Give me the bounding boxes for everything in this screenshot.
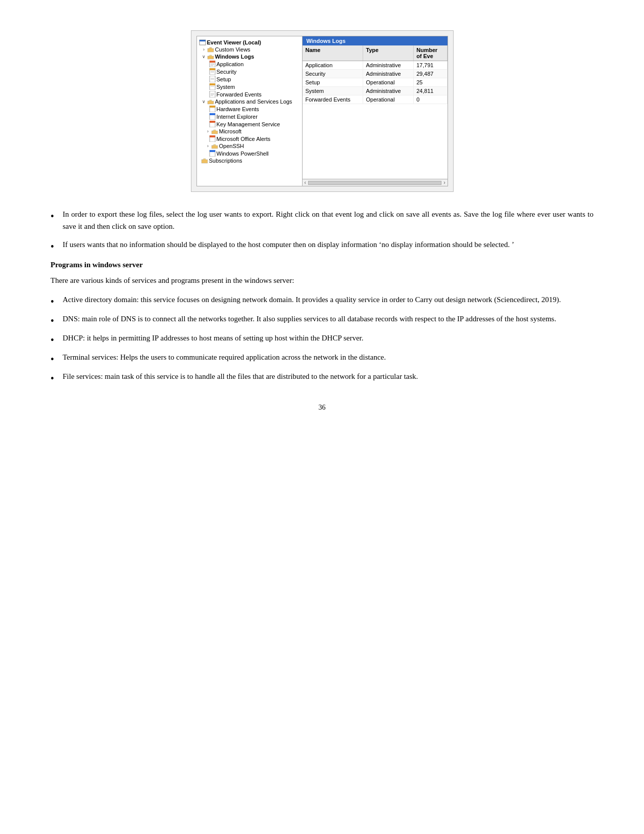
tree-item-subscriptions[interactable]: Subscriptions xyxy=(197,157,302,164)
scroll-thumb[interactable] xyxy=(308,181,441,185)
folder-icon xyxy=(207,47,214,53)
tree-item-microsoft[interactable]: › Microsoft xyxy=(197,128,302,135)
subscriptions-label: Subscriptions xyxy=(209,158,242,164)
svg-rect-4 xyxy=(210,61,215,63)
cell-name: Setup xyxy=(303,78,363,86)
powershell-icon xyxy=(209,150,216,157)
forwarded-events-icon xyxy=(209,91,216,97)
table-row[interactable]: Application Administrative 17,791 xyxy=(303,61,448,70)
cell-name: System xyxy=(303,87,363,95)
tree-item-application[interactable]: Application xyxy=(197,60,302,68)
svg-rect-23 xyxy=(210,106,215,108)
cell-name: Forwarded Events xyxy=(303,95,363,104)
ms-office-icon xyxy=(209,135,216,142)
bullet-list-2: • Active directory domain: this service … xyxy=(51,293,593,383)
system-log-icon xyxy=(209,83,216,90)
tree-arrow: › xyxy=(201,47,207,52)
ie-label: Internet Explorer xyxy=(217,114,258,120)
table-row[interactable]: System Administrative 24,811 xyxy=(303,87,448,95)
table-row[interactable]: Forwarded Events Operational 0 xyxy=(303,95,448,104)
table-row[interactable]: Setup Operational 25 xyxy=(303,78,448,87)
windows-logs-label: Windows Logs xyxy=(215,54,255,60)
table-header-row: Name Type Number of Eve xyxy=(303,45,448,61)
table-title: Windows Logs xyxy=(303,36,448,45)
section-heading: Programs in windows server xyxy=(51,261,593,269)
svg-rect-29 xyxy=(210,135,215,137)
tree-item-ms-office-alerts[interactable]: Microsoft Office Alerts xyxy=(197,135,302,142)
tree-arrow: ∨ xyxy=(201,54,207,59)
col-type-header: Type xyxy=(363,45,414,61)
system-label: System xyxy=(217,84,235,90)
tree-item-forwarded-events[interactable]: Forwarded Events xyxy=(197,90,302,98)
tree-item-system[interactable]: System xyxy=(197,83,302,90)
bullet-text: DNS: main role of DNS is to connect all … xyxy=(63,313,593,325)
openssh-label: OpenSSH xyxy=(219,143,244,149)
tree-item-internet-explorer[interactable]: Internet Explorer xyxy=(197,113,302,120)
tree-item-security[interactable]: Security xyxy=(197,68,302,75)
tree-arrow: › xyxy=(205,129,211,134)
tree-item-apps-services[interactable]: ∨ Applications and Services Logs xyxy=(197,98,302,105)
microsoft-folder-icon xyxy=(211,129,218,134)
setup-label: Setup xyxy=(217,76,231,82)
bullet-dot: • xyxy=(51,297,56,307)
bullet-dot: • xyxy=(51,211,56,221)
cell-count: 24,811 xyxy=(414,87,448,95)
cell-count: 0 xyxy=(414,95,448,104)
cell-type: Operational xyxy=(363,95,414,104)
tree-panel: Event Viewer (Local) › Custom Views ∨ xyxy=(196,36,303,186)
custom-views-label: Custom Views xyxy=(215,46,251,53)
table-row[interactable]: Security Administrative 29,487 xyxy=(303,70,448,78)
folder-open-icon xyxy=(207,54,214,60)
bullet-text: Active directory domain: this service fo… xyxy=(63,293,593,306)
log-icon xyxy=(209,61,216,67)
ms-office-label: Microsoft Office Alerts xyxy=(217,136,271,142)
openssh-folder-icon xyxy=(211,143,218,149)
list-item: • In order to export these log files, se… xyxy=(51,208,593,232)
list-item: • Active directory domain: this service … xyxy=(51,293,593,307)
tree-item-openssh[interactable]: › OpenSSH xyxy=(197,142,302,150)
col-name-header: Name xyxy=(303,45,363,61)
tree-item-custom-views[interactable]: › Custom Views xyxy=(197,46,302,53)
cell-name: Application xyxy=(303,61,363,69)
svg-rect-18 xyxy=(210,91,215,97)
cell-type: Administrative xyxy=(363,61,414,69)
cell-name: Security xyxy=(303,70,363,78)
bullet-dot: • xyxy=(51,241,56,252)
forwarded-events-label: Forwarded Events xyxy=(217,91,262,97)
event-viewer-icon xyxy=(199,39,206,45)
tree-item-hardware-events[interactable]: Hardware Events xyxy=(197,105,302,113)
svg-rect-25 xyxy=(210,113,215,115)
tree-item-windows-logs[interactable]: ∨ Windows Logs xyxy=(197,53,302,60)
tree-header-item: Event Viewer (Local) xyxy=(197,38,302,46)
page-number: 36 xyxy=(51,404,593,412)
bullet-text: DHCP: it helps in permitting IP addresse… xyxy=(63,332,593,344)
svg-rect-9 xyxy=(210,68,215,70)
security-log-icon xyxy=(209,68,216,75)
list-item: • DHCP: it helps in permitting IP addres… xyxy=(51,332,593,345)
tree-item-key-management[interactable]: Key Management Service xyxy=(197,120,302,128)
cell-count: 17,791 xyxy=(414,61,448,69)
list-item: • DNS: main role of DNS is to connect al… xyxy=(51,313,593,326)
hardware-events-label: Hardware Events xyxy=(217,106,259,112)
setup-log-icon xyxy=(209,76,216,82)
scroll-left-arrow[interactable]: ‹ xyxy=(305,180,306,185)
apps-services-folder-icon xyxy=(207,99,214,105)
screenshot-container: Event Viewer (Local) › Custom Views ∨ xyxy=(51,30,593,192)
horizontal-scrollbar[interactable]: ‹ › xyxy=(303,179,448,186)
bullet-text: In order to export these log files, sele… xyxy=(63,208,593,232)
cell-count: 25 xyxy=(414,78,448,86)
tree-item-setup[interactable]: Setup xyxy=(197,75,302,83)
scroll-right-arrow[interactable]: › xyxy=(443,180,445,185)
table-panel: Windows Logs Name Type Number of Eve App… xyxy=(303,36,448,186)
application-label: Application xyxy=(217,61,244,67)
tree-item-windows-powershell[interactable]: Windows PowerShell xyxy=(197,150,302,157)
list-item: • Terminal services: Helps the users to … xyxy=(51,351,593,364)
col-count-header: Number of Eve xyxy=(414,45,448,61)
svg-rect-31 xyxy=(210,150,215,152)
ie-icon xyxy=(209,113,216,120)
table-body: Application Administrative 17,791 Securi… xyxy=(303,61,448,179)
powershell-label: Windows PowerShell xyxy=(217,151,269,157)
bullet-dot: • xyxy=(51,316,56,326)
bullet-dot: • xyxy=(51,354,56,364)
bullet-text: Terminal services: Helps the users to co… xyxy=(63,351,593,363)
